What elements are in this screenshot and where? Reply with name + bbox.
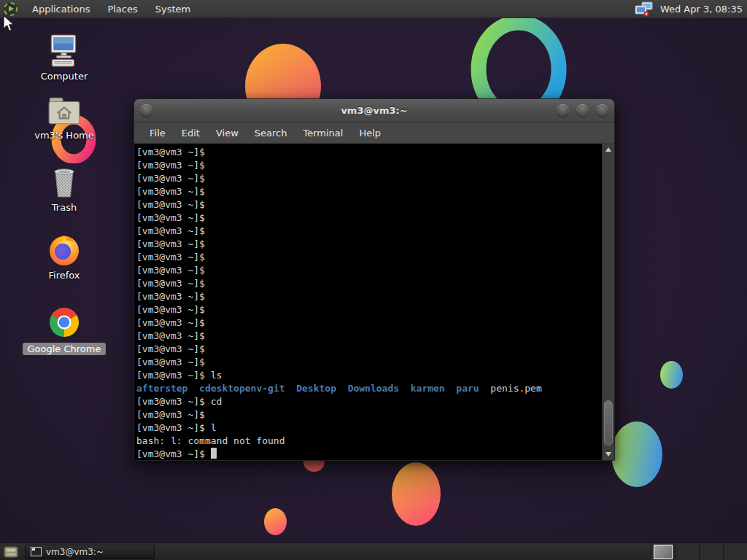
maximize-button[interactable] bbox=[576, 104, 589, 117]
terminal-line: [vm3@vm3 ~]$ bbox=[136, 238, 598, 251]
terminal-text: [vm3@vm3 ~]$ bbox=[136, 330, 205, 341]
icon-label-firefox: Firefox bbox=[48, 270, 80, 281]
terminal-line: [vm3@vm3 ~]$ bbox=[136, 356, 598, 369]
bottom-panel: vm3@vm3:~ bbox=[0, 542, 747, 560]
terminal-line: [vm3@vm3 ~]$ bbox=[136, 316, 598, 330]
terminal-line: [vm3@vm3 ~]$ bbox=[136, 198, 598, 211]
scroll-up-icon[interactable] bbox=[605, 147, 611, 152]
minimize-button[interactable] bbox=[557, 104, 569, 117]
terminal-text: [vm3@vm3 ~]$ bbox=[136, 147, 205, 158]
terminal-content[interactable]: [vm3@vm3 ~]$[vm3@vm3 ~]$[vm3@vm3 ~]$[vm3… bbox=[134, 144, 614, 460]
close-button[interactable] bbox=[596, 104, 608, 117]
directory-name: karmen bbox=[411, 383, 445, 394]
taskbar-window-label: vm3@vm3:~ bbox=[46, 547, 104, 557]
terminal-output: [vm3@vm3 ~]$[vm3@vm3 ~]$[vm3@vm3 ~]$[vm3… bbox=[134, 144, 614, 460]
terminal-text bbox=[399, 383, 411, 394]
terminal-line: [vm3@vm3 ~]$ l bbox=[136, 421, 598, 435]
terminal-text bbox=[479, 383, 491, 394]
terminal-line: [vm3@vm3 ~]$ bbox=[136, 264, 598, 277]
terminal-text: [vm3@vm3 ~]$ bbox=[136, 291, 205, 302]
desktop-icon-home[interactable]: vm3's Home bbox=[26, 93, 102, 141]
directory-name: paru bbox=[456, 383, 479, 394]
workspace-4[interactable] bbox=[723, 543, 747, 560]
terminal-text: [vm3@vm3 ~]$ bbox=[136, 317, 205, 328]
clock[interactable]: Wed Apr 3, 08:35 bbox=[657, 4, 747, 15]
desktop-icon-firefox[interactable]: Firefox bbox=[26, 233, 102, 281]
desktop-icon-computer[interactable]: Computer bbox=[26, 34, 102, 82]
terminal-text: [vm3@vm3 ~]$ bbox=[136, 304, 205, 315]
workspace-1[interactable] bbox=[651, 543, 675, 560]
terminal-text: bash: l: command not found bbox=[136, 435, 285, 446]
terminal-text: [vm3@vm3 ~]$ bbox=[136, 265, 205, 276]
terminal-line: [vm3@vm3 ~]$ ls bbox=[136, 369, 598, 382]
terminal-text bbox=[187, 383, 199, 394]
drawer-icon[interactable] bbox=[3, 545, 19, 559]
terminal-text: [vm3@vm3 ~]$ bbox=[136, 225, 205, 236]
icon-label-chrome: Google Chrome bbox=[23, 343, 107, 355]
terminal-line: [vm3@vm3 ~]$ cd bbox=[136, 395, 598, 408]
scrollbar-thumb[interactable] bbox=[604, 400, 613, 446]
workspace-3[interactable] bbox=[699, 543, 723, 560]
desktop: Applications Places System Wed Apr 3, 08… bbox=[0, 0, 747, 560]
menu-edit[interactable]: Edit bbox=[174, 128, 208, 139]
menu-search[interactable]: Search bbox=[247, 128, 295, 139]
terminal-icon bbox=[31, 547, 42, 556]
terminal-text: [vm3@vm3 ~]$ bbox=[136, 343, 205, 354]
menu-file[interactable]: File bbox=[142, 128, 174, 139]
terminal-text: [vm3@vm3 ~]$ bbox=[136, 212, 205, 223]
wallpaper-teal-blob-small bbox=[660, 361, 683, 389]
taskbar-window-button[interactable]: vm3@vm3:~ bbox=[25, 545, 155, 559]
network-monitors-icon[interactable] bbox=[634, 1, 654, 17]
desktop-icon-chrome[interactable]: Google Chrome bbox=[26, 306, 102, 355]
icon-label-computer: Computer bbox=[41, 71, 88, 82]
terminal-text: penis.pem bbox=[490, 383, 541, 394]
terminal-text: [vm3@vm3 ~]$ bbox=[136, 278, 205, 289]
terminal-scrollbar[interactable] bbox=[602, 144, 614, 460]
icon-label-trash: Trash bbox=[52, 202, 77, 213]
terminal-text: [vm3@vm3 ~]$ bbox=[136, 357, 205, 368]
terminal-line: [vm3@vm3 ~]$ bbox=[136, 146, 598, 159]
window-title: vm3@vm3:~ bbox=[134, 105, 614, 116]
terminal-line: [vm3@vm3 ~]$ bbox=[136, 303, 598, 316]
terminal-line: [vm3@vm3 ~]$ bbox=[136, 225, 598, 238]
wallpaper-orange-blob-small bbox=[264, 508, 287, 535]
menu-system[interactable]: System bbox=[147, 0, 199, 18]
terminal-window: vm3@vm3:~ File Edit View Search Terminal… bbox=[133, 98, 615, 461]
workspace-2[interactable] bbox=[675, 543, 699, 560]
distro-menu-icon[interactable] bbox=[4, 2, 18, 16]
scroll-down-icon[interactable] bbox=[605, 452, 611, 456]
terminal-text: [vm3@vm3 ~]$ l bbox=[136, 422, 217, 433]
top-panel: Applications Places System Wed Apr 3, 08… bbox=[0, 0, 747, 18]
terminal-text: [vm3@vm3 ~]$ bbox=[136, 252, 205, 262]
terminal-line: [vm3@vm3 ~]$ bbox=[136, 185, 598, 198]
terminal-line: [vm3@vm3 ~]$ bbox=[136, 211, 598, 225]
home-folder-icon bbox=[46, 93, 82, 127]
desktop-icon-trash[interactable]: Trash bbox=[26, 166, 102, 213]
terminal-line: afterstep cdesktopenv-git Desktop Downlo… bbox=[136, 382, 598, 395]
terminal-text: [vm3@vm3 ~]$ bbox=[136, 199, 205, 210]
trash-icon bbox=[47, 166, 82, 199]
wallpaper-orange-blob-bottom bbox=[392, 462, 441, 526]
terminal-line: [vm3@vm3 ~]$ bbox=[136, 159, 598, 172]
menu-places[interactable]: Places bbox=[98, 0, 146, 18]
terminal-text: [vm3@vm3 ~]$ bbox=[136, 448, 211, 459]
directory-name: Downloads bbox=[348, 383, 399, 394]
terminal-text bbox=[445, 383, 457, 394]
terminal-text: [vm3@vm3 ~]$ bbox=[136, 186, 205, 197]
terminal-line: bash: l: command not found bbox=[136, 435, 598, 448]
menu-view[interactable]: View bbox=[208, 128, 247, 139]
directory-name: afterstep bbox=[136, 383, 187, 394]
icon-label-home: vm3's Home bbox=[34, 130, 94, 141]
terminal-line: [vm3@vm3 ~]$ bbox=[136, 290, 598, 303]
terminal-line: [vm3@vm3 ~]$ bbox=[136, 277, 598, 290]
terminal-titlebar[interactable]: vm3@vm3:~ bbox=[134, 99, 614, 122]
workspace-switcher bbox=[651, 543, 747, 560]
menu-terminal[interactable]: Terminal bbox=[295, 128, 351, 139]
terminal-text: [vm3@vm3 ~]$ ls bbox=[136, 370, 222, 381]
terminal-menubar: File Edit View Search Terminal Help bbox=[134, 122, 614, 144]
menu-applications[interactable]: Applications bbox=[23, 0, 98, 18]
directory-name: cdesktopenv-git bbox=[199, 383, 285, 394]
terminal-line: [vm3@vm3 ~]$ bbox=[136, 251, 598, 264]
terminal-text: [vm3@vm3 ~]$ bbox=[136, 160, 205, 171]
menu-help[interactable]: Help bbox=[351, 128, 389, 139]
